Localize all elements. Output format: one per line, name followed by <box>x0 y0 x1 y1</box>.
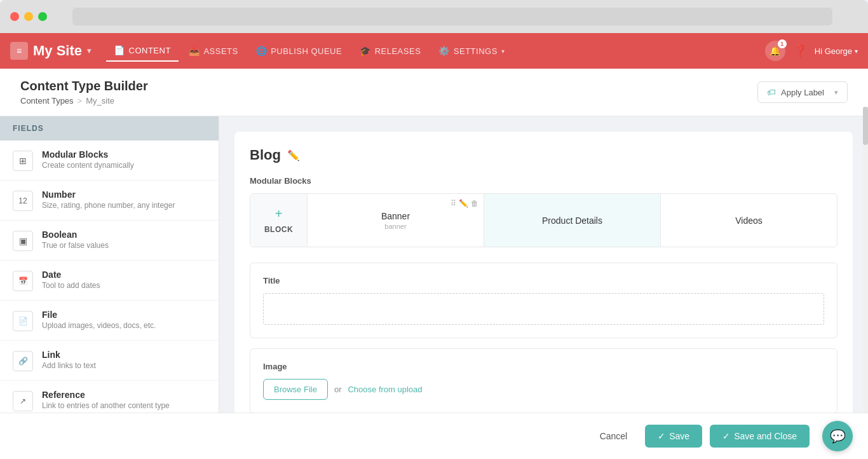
breadcrumb: Content Types > My_site <box>20 96 148 106</box>
scrollbar-thumb[interactable] <box>863 107 868 145</box>
notification-bell[interactable]: 🔔 1 <box>765 41 785 61</box>
modular-blocks-desc: Create content dynamically <box>42 161 134 170</box>
reference-name: Reference <box>42 390 170 400</box>
edit-banner-icon[interactable]: ✏️ <box>459 199 468 208</box>
field-item-boolean[interactable]: ▣ Boolean True or false values <box>0 221 219 261</box>
file-info: File Upload images, videos, docs, etc. <box>42 310 156 330</box>
block-banner[interactable]: ⠿ ✏️ 🗑 Banner banner <box>308 194 484 247</box>
field-item-modular-blocks[interactable]: ⊞ Modular Blocks Create content dynamica… <box>0 140 219 181</box>
nav-item-releases[interactable]: 🎓 RELEASES <box>352 41 428 61</box>
field-item-date[interactable]: 📅 Date Tool to add dates <box>0 261 219 301</box>
content-card: Blog ✏️ Modular Blocks + BLOCK ⠿ ✏️ 🗑 <box>234 132 853 449</box>
block-banner-actions: ⠿ ✏️ 🗑 <box>451 199 478 208</box>
boolean-info: Boolean True or false values <box>42 230 109 250</box>
settings-chevron: ▾ <box>501 48 505 55</box>
add-block-plus-icon: + <box>275 207 283 221</box>
notification-badge: 1 <box>778 39 787 48</box>
nav-item-content[interactable]: 📄 CONTENT <box>106 40 179 62</box>
releases-icon: 🎓 <box>360 46 371 56</box>
save-close-check-icon: ✓ <box>722 431 730 441</box>
boolean-desc: True or false values <box>42 241 109 250</box>
apply-label-button[interactable]: 🏷 Apply Label ▾ <box>757 81 848 103</box>
number-info: Number Size, rating, phone number, any i… <box>42 189 175 210</box>
title-field-section: Title <box>250 263 837 338</box>
field-item-number[interactable]: 12 Number Size, rating, phone number, an… <box>0 181 219 221</box>
page-header-left: Content Type Builder Content Types > My_… <box>20 79 148 106</box>
content-card-title: Blog ✏️ <box>250 147 837 163</box>
file-icon: 📄 <box>13 311 33 331</box>
or-text: or <box>334 385 342 394</box>
minimize-button[interactable] <box>24 12 33 21</box>
link-desc: Add links to text <box>42 361 96 370</box>
delete-banner-icon[interactable]: 🗑 <box>471 199 478 208</box>
blocks-row: + BLOCK ⠿ ✏️ 🗑 Banner banner Product Det… <box>250 193 837 247</box>
logo-icon: ≡ <box>10 42 28 60</box>
maximize-button[interactable] <box>38 12 47 21</box>
choose-from-upload-link[interactable]: Choose from upload <box>348 385 422 394</box>
breadcrumb-separator: > <box>78 96 83 106</box>
site-chevron[interactable]: ▾ <box>87 46 91 55</box>
help-icon[interactable]: ❓ <box>793 44 807 58</box>
nav-item-assets[interactable]: 📤 ASSETS <box>181 41 246 61</box>
link-info: Link Add links to text <box>42 350 96 370</box>
add-block-button[interactable]: + BLOCK <box>250 194 308 247</box>
reference-icon: ↗ <box>13 391 33 411</box>
nav-item-publish[interactable]: 🌐 PUBLISH QUEUE <box>248 41 349 61</box>
block-add-label: BLOCK <box>264 225 293 234</box>
close-button[interactable] <box>10 12 19 21</box>
image-field-label: Image <box>263 362 824 371</box>
date-name: Date <box>42 270 100 280</box>
chat-button[interactable]: 💬 <box>822 421 853 451</box>
assets-icon: 📤 <box>189 46 200 56</box>
image-field-section: Image Browse File or Choose from upload <box>250 348 837 413</box>
nav-logo[interactable]: ≡ My Site ▾ <box>10 42 91 60</box>
nav-publish-label: PUBLISH QUEUE <box>271 46 342 56</box>
save-button[interactable]: ✓ Save <box>645 425 702 448</box>
save-close-label: Save and Close <box>734 431 797 441</box>
banner-block-name: Banner <box>381 211 410 221</box>
file-name: File <box>42 310 156 320</box>
breadcrumb-parent[interactable]: Content Types <box>20 96 74 106</box>
apply-label-chevron: ▾ <box>834 88 838 97</box>
link-name: Link <box>42 350 96 360</box>
drag-icon[interactable]: ⠿ <box>451 199 456 208</box>
scrollbar-track[interactable] <box>863 107 868 421</box>
nav-item-settings[interactable]: ⚙️ SETTINGS ▾ <box>431 41 512 61</box>
number-desc: Size, rating, phone number, any integer <box>42 201 175 210</box>
page-title: Content Type Builder <box>20 79 148 93</box>
main-layout: FIELDS ⊞ Modular Blocks Create content d… <box>0 116 868 459</box>
date-info: Date Tool to add dates <box>42 270 100 290</box>
apply-label-text: Apply Label <box>781 88 824 97</box>
nav-releases-label: RELEASES <box>375 46 421 56</box>
site-name: My Site <box>33 43 82 59</box>
field-item-link[interactable]: 🔗 Link Add links to text <box>0 341 219 381</box>
nav-settings-label: SETTINGS <box>454 46 498 56</box>
content-area: Blog ✏️ Modular Blocks + BLOCK ⠿ ✏️ 🗑 <box>219 116 868 459</box>
user-menu[interactable]: Hi George ▾ <box>815 46 858 56</box>
breadcrumb-current: My_site <box>86 96 114 106</box>
block-product-details[interactable]: Product Details <box>484 194 661 247</box>
date-desc: Tool to add dates <box>42 281 100 290</box>
modular-blocks-section-label: Modular Blocks <box>250 176 837 186</box>
sidebar-header: FIELDS <box>0 116 219 140</box>
title-input[interactable] <box>263 293 824 325</box>
videos-block-name: Videos <box>735 216 763 226</box>
banner-block-subtitle: banner <box>384 223 406 230</box>
date-icon: 📅 <box>13 271 33 291</box>
save-close-button[interactable]: ✓ Save and Close <box>710 425 810 448</box>
reference-info: Reference Link to entries of another con… <box>42 390 170 410</box>
browse-file-button[interactable]: Browse File <box>263 379 328 400</box>
publish-icon: 🌐 <box>256 46 268 56</box>
window-chrome <box>0 0 868 33</box>
edit-blog-title-icon[interactable]: ✏️ <box>287 149 300 161</box>
boolean-name: Boolean <box>42 230 109 240</box>
field-item-file[interactable]: 📄 File Upload images, videos, docs, etc. <box>0 301 219 341</box>
link-icon: 🔗 <box>13 351 33 371</box>
file-desc: Upload images, videos, docs, etc. <box>42 321 156 330</box>
file-upload-row: Browse File or Choose from upload <box>263 379 824 400</box>
address-bar[interactable] <box>72 8 832 25</box>
cancel-button[interactable]: Cancel <box>590 426 638 446</box>
top-nav: ≡ My Site ▾ 📄 CONTENT 📤 ASSETS 🌐 PUBLISH… <box>0 33 868 69</box>
title-field-label: Title <box>263 276 824 285</box>
block-videos[interactable]: Videos <box>661 194 837 247</box>
